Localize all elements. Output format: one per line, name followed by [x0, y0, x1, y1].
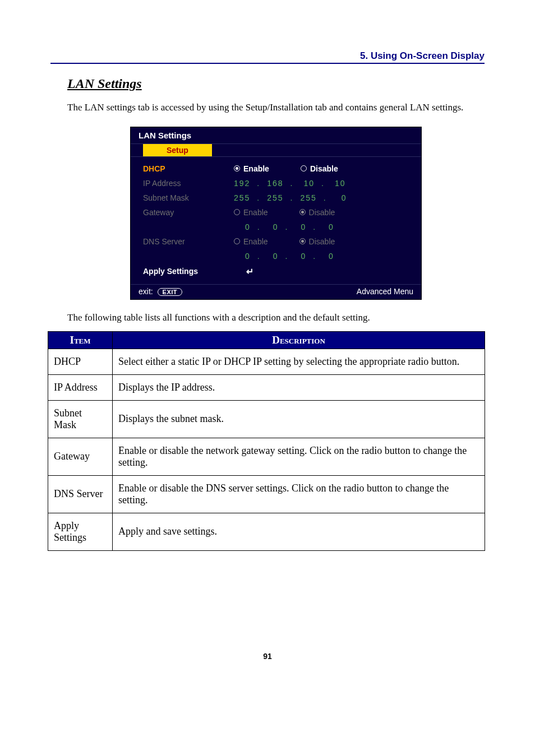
exit-hint: exit: EXIT [139, 287, 182, 296]
radio-off-icon [234, 238, 240, 244]
dhcp-disable-radio[interactable]: Disable [301, 164, 338, 173]
ip-label: IP Address [139, 179, 234, 188]
osd-title: LAN Settings [131, 127, 421, 144]
cell-item: DNS Server [48, 475, 113, 513]
ip-o2: 168 [267, 179, 283, 188]
subnet-o2: 255 [267, 193, 283, 202]
dns-enable-label: Enable [243, 237, 268, 246]
gateway-label: Gateway [139, 208, 234, 217]
dns-o1: 0 [245, 252, 251, 261]
table-row: DHCP Select either a static IP or DHCP I… [48, 349, 485, 374]
th-item: Item [48, 331, 113, 349]
apply-label: Apply Settings [139, 267, 234, 276]
osd-row-subnet: Subnet Mask 255. 255. 255. 0 [139, 191, 413, 205]
page-number: 91 [50, 652, 485, 661]
cell-desc: Enable or disable the network gateway se… [113, 438, 485, 475]
subnet-o3: 255 [301, 193, 317, 202]
osd-footer: exit: EXIT Advanced Menu [131, 284, 421, 299]
description-table: Item Description DHCP Select either a st… [48, 331, 485, 551]
cell-desc: Displays the subnet mask. [113, 400, 485, 438]
gw-o1: 0 [245, 222, 251, 231]
cell-desc: Select either a static IP or DHCP IP set… [113, 349, 485, 374]
ip-o4: 10 [331, 179, 346, 188]
dns-disable-label: Disable [309, 237, 335, 246]
dhcp-label: DHCP [139, 164, 234, 173]
subnet-label: Subnet Mask [139, 193, 234, 202]
osd-body: DHCP Enable Disable [131, 157, 421, 284]
gateway-enable-radio[interactable]: Enable [234, 208, 268, 217]
table-row: Gateway Enable or disable the network ga… [48, 438, 485, 475]
subnet-o4: 0 [334, 193, 347, 202]
section-header: 5. Using On-Screen Display [50, 50, 485, 64]
dns-enable-radio[interactable]: Enable [234, 237, 268, 246]
osd-row-apply[interactable]: Apply Settings ↵ [139, 263, 413, 280]
ip-o1: 192 [234, 179, 250, 188]
osd-row-dns: DNS Server Enable Disable [139, 234, 413, 249]
cell-desc: Enable or disable the DNS server setting… [113, 475, 485, 513]
exit-text: exit: [139, 287, 153, 296]
table-row: DNS Server Enable or disable the DNS ser… [48, 475, 485, 513]
osd-panel: LAN Settings Setup DHCP Enable [130, 127, 422, 300]
advanced-menu-hint: Advanced Menu [357, 287, 413, 296]
cell-item: IP Address [48, 374, 113, 400]
dhcp-enable-label: Enable [243, 164, 269, 173]
radio-off-icon [301, 165, 307, 171]
dns-o2: 0 [268, 252, 279, 261]
osd-row-gateway: Gateway Enable Disable [139, 205, 413, 220]
osd-row-dns-ip: 0. 0. 0. 0 [139, 249, 413, 263]
radio-on-icon [234, 165, 240, 171]
table-intro: The following table lists all functions … [67, 312, 485, 323]
dhcp-enable-radio[interactable]: Enable [234, 164, 269, 173]
table-row: Apply Settings Apply and save settings. [48, 513, 485, 550]
dns-disable-radio[interactable]: Disable [299, 237, 335, 246]
gw-o4: 0 [323, 222, 334, 231]
dns-o4: 0 [323, 252, 334, 261]
table-row: Subnet Mask Displays the subnet mask. [48, 400, 485, 438]
gateway-disable-label: Disable [309, 208, 335, 217]
th-desc: Description [113, 331, 485, 349]
cell-desc: Displays the IP address. [113, 374, 485, 400]
cell-item: Gateway [48, 438, 113, 475]
dns-o3: 0 [295, 252, 306, 261]
cell-desc: Apply and save settings. [113, 513, 485, 550]
subnet-o1: 255 [234, 193, 250, 202]
enter-icon: ↵ [246, 266, 253, 277]
gw-o3: 0 [295, 222, 306, 231]
gateway-disable-radio[interactable]: Disable [299, 208, 335, 217]
osd-row-gateway-ip: 0. 0. 0. 0 [139, 220, 413, 234]
cell-item: Apply Settings [48, 513, 113, 550]
dns-label: DNS Server [139, 237, 234, 246]
dhcp-disable-label: Disable [310, 164, 338, 173]
radio-on-icon [299, 209, 306, 215]
table-row: IP Address Displays the IP address. [48, 374, 485, 400]
radio-off-icon [234, 209, 240, 215]
ip-o3: 10 [301, 179, 315, 188]
osd-row-dhcp: DHCP Enable Disable [139, 161, 413, 176]
gateway-enable-label: Enable [243, 208, 268, 217]
intro-text: The LAN settings tab is accessed by usin… [67, 101, 485, 114]
radio-on-icon [299, 238, 306, 244]
page-title: LAN Settings [67, 76, 485, 91]
cell-item: DHCP [48, 349, 113, 374]
osd-row-ip: IP Address 192. 168. 10. 10 [139, 176, 413, 191]
gw-o2: 0 [268, 222, 279, 231]
tab-setup[interactable]: Setup [143, 144, 212, 156]
cell-item: Subnet Mask [48, 400, 113, 438]
osd-tab-row: Setup [131, 144, 421, 157]
exit-button[interactable]: EXIT [158, 288, 182, 296]
